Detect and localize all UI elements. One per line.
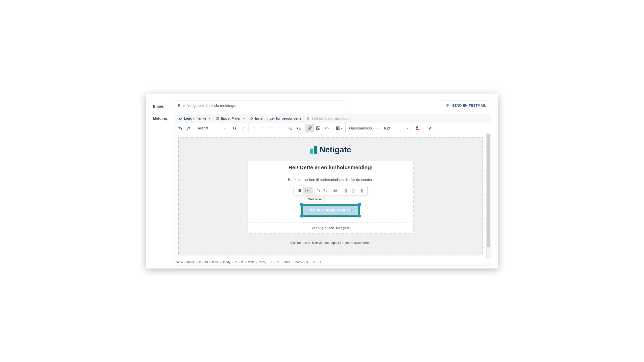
insert-col-before-button[interactable]: [341, 187, 349, 194]
svg-rect-5: [336, 127, 340, 130]
paper-plane-icon: [446, 103, 450, 107]
delete-col-button[interactable]: [358, 187, 367, 194]
svg-point-4: [317, 127, 318, 128]
email-outer-table[interactable]: Netigate Hei! Dette er en innholdsmeldin…: [178, 137, 483, 255]
add-link-menu[interactable]: Legg til lenke ▾: [176, 115, 213, 122]
resize-handle-bl[interactable]: [300, 215, 303, 217]
cta-link[interactable]: GÅ TIL UNDERSØKELSE: [303, 206, 358, 215]
subject-label: Emne:: [153, 103, 175, 108]
secondary-toolbar: Legg til lenke ▾ Epost Maler ▾ Innstilli…: [175, 114, 491, 123]
align-justify-button[interactable]: [275, 124, 284, 132]
undo-button[interactable]: [176, 124, 184, 132]
svg-rect-6: [297, 189, 301, 192]
status-bar: table » tbody » tr » td » table » tbody …: [175, 259, 491, 265]
resize-handle-tr[interactable]: [358, 203, 361, 206]
message-row: Melding: Legg til lenke ▾ Epost Maler ▾ …: [153, 114, 491, 265]
insert-row-after-button[interactable]: [322, 187, 331, 194]
signoff-row[interactable]: Vennlig hilsen, Netigate: [248, 222, 413, 233]
svg-point-0: [251, 117, 252, 118]
privacy-settings-button[interactable]: Innstillinger for personvern: [248, 115, 303, 122]
chevron-down-icon: ▾: [243, 117, 245, 120]
resize-handle-tl[interactable]: [300, 203, 303, 206]
align-left-button[interactable]: [250, 124, 258, 132]
delete-row-button[interactable]: [331, 187, 339, 194]
app-frame: Emne: SEND EN TESTMAIL Melding: Legg til…: [146, 94, 498, 268]
cta-text: GÅ TIL UNDERSØKELSE: [310, 208, 351, 212]
email-signoff: Vennlig hilsen, Netigate: [250, 226, 411, 230]
unsubscribe-text: om du ikke vil motta epost fra denne avs…: [302, 241, 372, 245]
cta-cell[interactable]: GÅ TIL UNDERSØKELSE: [250, 195, 411, 221]
insert-col-after-button[interactable]: [349, 187, 358, 194]
formatting-toolbar: Avsnitt▾ B I: [175, 123, 491, 133]
highlight-color-button[interactable]: [426, 124, 434, 132]
block-format-select[interactable]: Avsnitt▾: [195, 124, 228, 132]
insert-image-button[interactable]: [314, 124, 323, 132]
email-headline: Hei! Dette er en innholdsmelding!: [250, 164, 411, 170]
email-templates-menu[interactable]: Epost Maler ▾: [213, 115, 247, 122]
subject-input[interactable]: [175, 101, 348, 110]
chevron-down-icon: ▾: [209, 117, 210, 120]
resize-handle-br[interactable]: [358, 215, 361, 217]
text-caret: [351, 209, 351, 212]
insert-row-before-button[interactable]: [313, 187, 322, 194]
font-size-select[interactable]: 10pt▾: [381, 124, 411, 132]
redo-button[interactable]: [184, 124, 193, 132]
logo-bars-icon: [310, 146, 317, 154]
scroll-thumb[interactable]: [487, 134, 490, 247]
align-right-button[interactable]: [267, 124, 275, 132]
subject-row: Emne: SEND EN TESTMAIL: [153, 101, 491, 110]
insert-background-button: Sett inn bakgrunnsda...: [304, 115, 353, 122]
bottom-dashed-line: [182, 250, 479, 250]
text-color-menu[interactable]: ▾: [421, 124, 426, 132]
vertical-scrollbar[interactable]: [486, 133, 491, 259]
font-family-select[interactable]: OpenSans600...▾: [347, 124, 381, 132]
insert-table-button[interactable]: ▾: [333, 124, 344, 132]
send-testmail-label: SEND EN TESTMAIL: [452, 104, 486, 107]
element-path-breadcrumb[interactable]: table » tbody » tr » td » table » tbody …: [176, 260, 321, 264]
bold-button[interactable]: B: [230, 124, 239, 132]
message-label: Melding:: [153, 114, 175, 265]
align-center-button[interactable]: [258, 124, 267, 132]
link-icon: [179, 117, 182, 120]
brand-logo: Netigate: [310, 145, 351, 154]
logo-row: Netigate: [179, 138, 482, 161]
svg-rect-3: [316, 127, 320, 130]
insert-link-button[interactable]: [305, 124, 314, 132]
send-testmail-button[interactable]: SEND EN TESTMAIL: [441, 101, 491, 110]
text-color-button[interactable]: A: [413, 124, 421, 132]
highlight-color-menu[interactable]: ▾: [434, 124, 439, 132]
delete-table-button[interactable]: [303, 187, 312, 194]
outdent-button[interactable]: [286, 124, 295, 132]
envelope-icon: [216, 117, 219, 120]
person-lock-icon: [250, 117, 254, 120]
editor-canvas-wrap: Netigate Hei! Dette er en innholdsmeldin…: [175, 133, 491, 259]
svg-rect-1: [252, 118, 253, 119]
table-context-toolbar: Slett tabell: [294, 186, 368, 195]
brand-name: Netigate: [319, 145, 351, 154]
database-icon: [306, 117, 310, 120]
email-subtext: Bare slett lenken til undersøkelsen din …: [250, 178, 411, 182]
editor-area: Legg til lenke ▾ Epost Maler ▾ Innstilli…: [175, 114, 491, 265]
selected-table[interactable]: GÅ TIL UNDERSØKELSE: [301, 204, 360, 217]
unsubscribe-row[interactable]: Klikk her om du ikke vil motta epost fra…: [179, 234, 482, 247]
editor-canvas[interactable]: Netigate Hei! Dette er en innholdsmeldin…: [175, 133, 486, 259]
italic-button[interactable]: I: [239, 124, 247, 132]
subtext-row[interactable]: Bare slett lenken til undersøkelsen din …: [248, 174, 413, 223]
resize-grip[interactable]: [486, 260, 489, 264]
unsubscribe-link[interactable]: Klikk her: [290, 241, 302, 245]
headline-row[interactable]: Hei! Dette er en innholdsmelding!: [248, 161, 413, 174]
indent-button[interactable]: [295, 124, 303, 132]
table-icon: [336, 126, 340, 130]
source-code-button[interactable]: [323, 124, 331, 132]
table-properties-button[interactable]: [295, 187, 303, 194]
content-card[interactable]: Hei! Dette er en innholdsmelding! Bare s…: [248, 161, 414, 234]
